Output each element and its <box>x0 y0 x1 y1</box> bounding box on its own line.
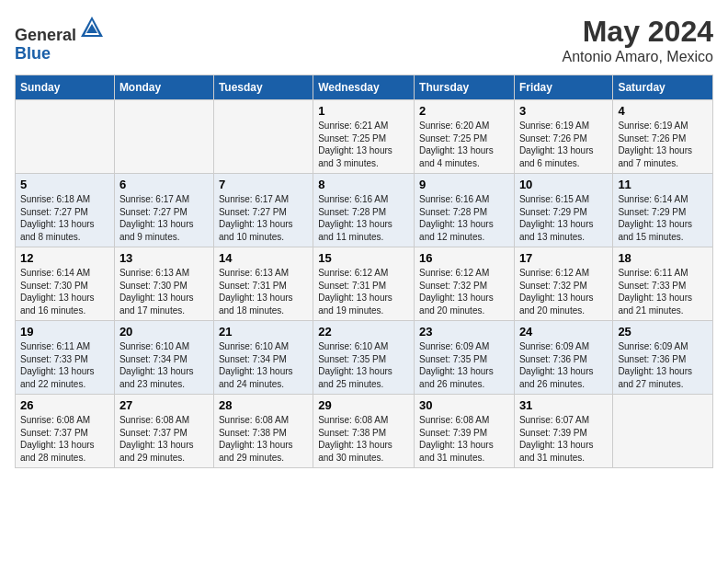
day-number: 16 <box>419 251 509 265</box>
header-thursday: Thursday <box>415 75 515 100</box>
table-row: 10Sunrise: 6:15 AMSunset: 7:29 PMDayligh… <box>514 174 612 247</box>
day-number: 23 <box>419 325 509 339</box>
table-row: 8Sunrise: 6:16 AMSunset: 7:28 PMDaylight… <box>313 174 415 247</box>
day-info: Sunrise: 6:15 AMSunset: 7:29 PMDaylight:… <box>519 194 594 242</box>
day-info: Sunrise: 6:10 AMSunset: 7:34 PMDaylight:… <box>119 341 194 389</box>
table-row: 18Sunrise: 6:11 AMSunset: 7:33 PMDayligh… <box>613 247 713 321</box>
day-info: Sunrise: 6:11 AMSunset: 7:33 PMDaylight:… <box>618 268 692 316</box>
header-sunday: Sunday <box>16 75 115 100</box>
calendar-table: Sunday Monday Tuesday Wednesday Thursday… <box>15 75 713 468</box>
day-number: 14 <box>219 251 308 265</box>
table-row <box>613 395 713 468</box>
table-row: 17Sunrise: 6:12 AMSunset: 7:32 PMDayligh… <box>514 247 612 321</box>
day-number: 26 <box>20 398 109 412</box>
day-info: Sunrise: 6:19 AMSunset: 7:26 PMDaylight:… <box>618 121 692 168</box>
table-row: 20Sunrise: 6:10 AMSunset: 7:34 PMDayligh… <box>114 321 213 395</box>
calendar-week-row: 26Sunrise: 6:08 AMSunset: 7:37 PMDayligh… <box>16 395 713 468</box>
calendar-week-row: 5Sunrise: 6:18 AMSunset: 7:27 PMDaylight… <box>16 174 713 247</box>
day-number: 17 <box>519 251 608 265</box>
table-row: 11Sunrise: 6:14 AMSunset: 7:29 PMDayligh… <box>613 174 713 247</box>
header-saturday: Saturday <box>613 75 713 100</box>
day-info: Sunrise: 6:21 AMSunset: 7:25 PMDaylight:… <box>318 121 392 168</box>
day-number: 3 <box>519 104 608 118</box>
table-row: 2Sunrise: 6:20 AMSunset: 7:25 PMDaylight… <box>415 100 515 174</box>
day-info: Sunrise: 6:10 AMSunset: 7:34 PMDaylight:… <box>219 341 293 389</box>
table-row: 9Sunrise: 6:16 AMSunset: 7:28 PMDaylight… <box>415 174 515 247</box>
day-number: 8 <box>318 178 409 191</box>
table-row: 23Sunrise: 6:09 AMSunset: 7:35 PMDayligh… <box>415 321 515 395</box>
table-row: 22Sunrise: 6:10 AMSunset: 7:35 PMDayligh… <box>313 321 415 395</box>
header-tuesday: Tuesday <box>213 75 313 100</box>
day-number: 30 <box>419 398 509 412</box>
header-monday: Monday <box>114 75 213 100</box>
day-info: Sunrise: 6:19 AMSunset: 7:26 PMDaylight:… <box>519 121 594 168</box>
day-number: 19 <box>20 325 109 339</box>
day-info: Sunrise: 6:16 AMSunset: 7:28 PMDaylight:… <box>419 194 494 242</box>
table-row: 6Sunrise: 6:17 AMSunset: 7:27 PMDaylight… <box>114 174 213 247</box>
day-info: Sunrise: 6:17 AMSunset: 7:27 PMDaylight:… <box>119 194 194 242</box>
table-row: 3Sunrise: 6:19 AMSunset: 7:26 PMDaylight… <box>514 100 612 174</box>
table-row: 21Sunrise: 6:10 AMSunset: 7:34 PMDayligh… <box>213 321 313 395</box>
table-row: 1Sunrise: 6:21 AMSunset: 7:25 PMDaylight… <box>313 100 415 174</box>
day-info: Sunrise: 6:18 AMSunset: 7:27 PMDaylight:… <box>20 194 95 242</box>
day-number: 1 <box>318 104 409 118</box>
day-info: Sunrise: 6:12 AMSunset: 7:32 PMDaylight:… <box>519 268 594 316</box>
day-number: 27 <box>119 398 209 412</box>
day-info: Sunrise: 6:08 AMSunset: 7:39 PMDaylight:… <box>419 415 494 463</box>
table-row: 26Sunrise: 6:08 AMSunset: 7:37 PMDayligh… <box>16 395 115 468</box>
calendar-week-row: 19Sunrise: 6:11 AMSunset: 7:33 PMDayligh… <box>16 321 713 395</box>
day-info: Sunrise: 6:09 AMSunset: 7:35 PMDaylight:… <box>419 341 494 389</box>
day-number: 20 <box>119 325 209 339</box>
day-info: Sunrise: 6:08 AMSunset: 7:37 PMDaylight:… <box>119 415 194 463</box>
day-info: Sunrise: 6:11 AMSunset: 7:33 PMDaylight:… <box>20 341 95 389</box>
header: General Blue May 2024 Antonio Amaro, Mex… <box>15 15 713 65</box>
day-number: 18 <box>618 251 708 265</box>
day-info: Sunrise: 6:13 AMSunset: 7:31 PMDaylight:… <box>219 268 293 316</box>
day-number: 25 <box>618 325 708 339</box>
day-number: 7 <box>219 178 308 191</box>
table-row: 29Sunrise: 6:08 AMSunset: 7:38 PMDayligh… <box>313 395 415 468</box>
table-row: 5Sunrise: 6:18 AMSunset: 7:27 PMDaylight… <box>16 174 115 247</box>
day-number: 11 <box>618 178 708 191</box>
day-info: Sunrise: 6:08 AMSunset: 7:38 PMDaylight:… <box>318 415 392 463</box>
logo: General Blue <box>15 15 105 63</box>
logo-icon <box>79 15 105 40</box>
table-row: 4Sunrise: 6:19 AMSunset: 7:26 PMDaylight… <box>613 100 713 174</box>
logo-general: General <box>15 26 76 44</box>
day-info: Sunrise: 6:08 AMSunset: 7:37 PMDaylight:… <box>20 415 95 463</box>
day-info: Sunrise: 6:17 AMSunset: 7:27 PMDaylight:… <box>219 194 293 242</box>
table-row: 31Sunrise: 6:07 AMSunset: 7:39 PMDayligh… <box>514 395 612 468</box>
month-year: May 2024 <box>562 15 713 49</box>
header-friday: Friday <box>514 75 612 100</box>
day-info: Sunrise: 6:09 AMSunset: 7:36 PMDaylight:… <box>519 341 594 389</box>
days-header-row: Sunday Monday Tuesday Wednesday Thursday… <box>16 75 713 100</box>
title-area: May 2024 Antonio Amaro, Mexico <box>562 15 713 65</box>
day-number: 28 <box>219 398 308 412</box>
table-row <box>114 100 213 174</box>
day-info: Sunrise: 6:20 AMSunset: 7:25 PMDaylight:… <box>419 121 494 168</box>
day-number: 2 <box>419 104 509 118</box>
day-number: 4 <box>618 104 708 118</box>
day-info: Sunrise: 6:09 AMSunset: 7:36 PMDaylight:… <box>618 341 692 389</box>
day-info: Sunrise: 6:12 AMSunset: 7:32 PMDaylight:… <box>419 268 494 316</box>
table-row: 30Sunrise: 6:08 AMSunset: 7:39 PMDayligh… <box>415 395 515 468</box>
day-info: Sunrise: 6:14 AMSunset: 7:29 PMDaylight:… <box>618 194 692 242</box>
table-row <box>16 100 115 174</box>
logo-blue: Blue <box>15 44 51 63</box>
day-number: 12 <box>20 251 109 265</box>
location: Antonio Amaro, Mexico <box>562 49 713 65</box>
calendar-week-row: 12Sunrise: 6:14 AMSunset: 7:30 PMDayligh… <box>16 247 713 321</box>
table-row: 7Sunrise: 6:17 AMSunset: 7:27 PMDaylight… <box>213 174 313 247</box>
day-number: 10 <box>519 178 608 191</box>
table-row: 16Sunrise: 6:12 AMSunset: 7:32 PMDayligh… <box>415 247 515 321</box>
table-row: 25Sunrise: 6:09 AMSunset: 7:36 PMDayligh… <box>613 321 713 395</box>
table-row <box>213 100 313 174</box>
day-number: 13 <box>119 251 209 265</box>
day-number: 9 <box>419 178 509 191</box>
day-number: 24 <box>519 325 608 339</box>
day-info: Sunrise: 6:08 AMSunset: 7:38 PMDaylight:… <box>219 415 293 463</box>
day-number: 15 <box>318 251 409 265</box>
table-row: 13Sunrise: 6:13 AMSunset: 7:30 PMDayligh… <box>114 247 213 321</box>
day-number: 29 <box>318 398 409 412</box>
day-info: Sunrise: 6:13 AMSunset: 7:30 PMDaylight:… <box>119 268 194 316</box>
